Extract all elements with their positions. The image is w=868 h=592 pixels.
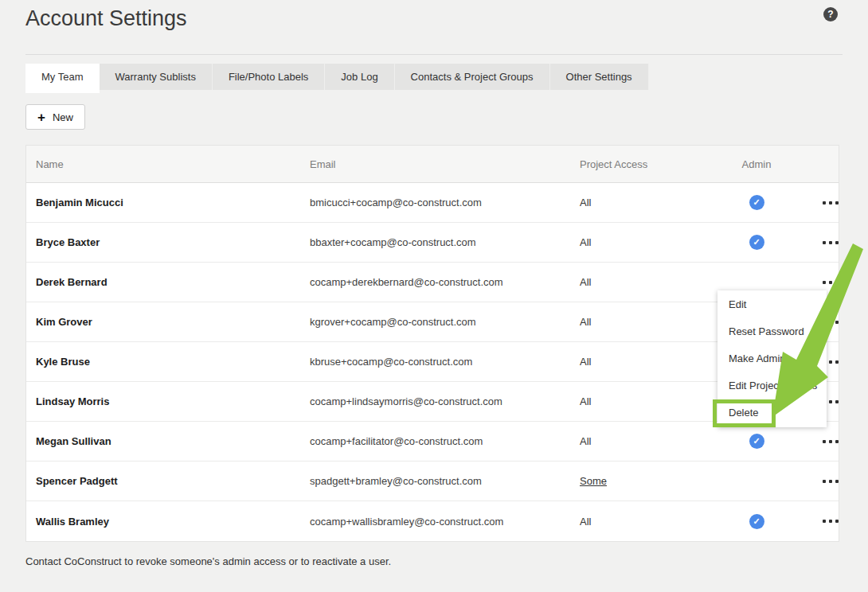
project-access-value: All [580, 236, 729, 248]
tab-my-team[interactable]: My Team [25, 64, 100, 93]
tab-other-settings[interactable]: Other Settings [550, 64, 649, 90]
plus-icon: + [37, 111, 45, 124]
member-email: bbaxter+cocamp@co-construct.com [310, 236, 580, 248]
menu-item-edit-project-access[interactable]: Edit Project Access [717, 372, 827, 399]
table-row: Bryce Baxter bbaxter+cocamp@co-construct… [26, 223, 839, 263]
table-row: Spencer Padgett spadgett+bramley@co-cons… [26, 462, 839, 501]
menu-item-reset-password[interactable]: Reset Password [717, 318, 827, 345]
table-row: Benjamin Micucci bmicucci+cocamp@co-cons… [26, 183, 839, 223]
member-name: Lindsay Morris [26, 395, 310, 407]
member-name: Derek Bernard [26, 276, 310, 288]
table-row: Derek Bernard cocamp+derekbernard@co-con… [26, 263, 839, 302]
column-header-email: Email [310, 158, 580, 170]
member-email: kbruse+cocamp@co-construct.com [310, 356, 580, 368]
project-access-value: All [580, 395, 729, 407]
tab-contacts-project-groups[interactable]: Contacts & Project Groups [395, 64, 550, 90]
member-email: kgrover+cocamp@co-construct.com [310, 316, 580, 328]
project-access-value: All [580, 316, 729, 328]
row-menu-button[interactable] [823, 475, 839, 488]
column-header-admin: Admin [742, 158, 772, 170]
page-title: Account Settings [25, 6, 187, 31]
member-name: Bryce Baxter [26, 236, 310, 248]
tab-job-log[interactable]: Job Log [325, 64, 394, 90]
row-menu-button[interactable] [823, 435, 839, 448]
project-access-value: All [580, 516, 729, 528]
member-email: bmicucci+cocamp@co-construct.com [310, 197, 580, 208]
admin-check-icon: ✓ [749, 235, 764, 250]
menu-item-make-admin[interactable]: Make Admin [717, 345, 827, 372]
row-context-menu: EditReset PasswordMake AdminEdit Project… [717, 290, 827, 427]
row-menu-button[interactable] [823, 515, 839, 528]
table-row: Wallis Bramley cocamp+wallisbramley@co-c… [26, 501, 839, 541]
team-table-body: Benjamin Micucci bmicucci+cocamp@co-cons… [26, 183, 839, 541]
member-email: cocamp+lindsaymorris@co-construct.com [310, 395, 580, 407]
header-divider [25, 54, 843, 55]
project-access-value: All [580, 276, 729, 288]
project-access-value: All [580, 197, 729, 208]
member-name: Benjamin Micucci [26, 197, 310, 208]
project-access-value: All [580, 356, 729, 368]
tab-file-photo-labels[interactable]: File/Photo Labels [213, 64, 325, 90]
project-access-value: All [580, 435, 729, 447]
table-header-row: Name Email Project Access Admin [26, 146, 839, 183]
member-email: spadgett+bramley@co-construct.com [310, 475, 580, 487]
member-name: Kim Grover [26, 316, 310, 328]
footer-note: Contact CoConstruct to revoke someone's … [25, 555, 391, 567]
member-email: cocamp+derekbernard@co-construct.com [310, 276, 580, 288]
help-icon[interactable]: ? [823, 7, 838, 21]
tab-warranty-sublists[interactable]: Warranty Sublists [100, 64, 213, 90]
member-name: Megan Sullivan [26, 435, 310, 447]
menu-item-delete[interactable]: Delete [717, 399, 827, 426]
new-button-label: New [53, 111, 73, 123]
column-header-name: Name [26, 158, 310, 170]
menu-item-edit[interactable]: Edit [717, 291, 827, 318]
table-row: Kim Grover kgrover+cocamp@co-construct.c… [26, 302, 839, 342]
member-name: Kyle Bruse [26, 356, 310, 368]
project-access-value[interactable]: Some [580, 475, 729, 487]
row-menu-button[interactable] [823, 236, 839, 249]
row-menu-button[interactable] [823, 276, 839, 289]
member-email: cocamp+facilitator@co-construct.com [310, 435, 580, 447]
table-row: Kyle Bruse kbruse+cocamp@co-construct.co… [26, 342, 839, 382]
admin-check-icon: ✓ [749, 195, 764, 210]
tab-bar: My TeamWarranty SublistsFile/Photo Label… [25, 64, 649, 93]
new-button[interactable]: + New [25, 104, 85, 130]
member-email: cocamp+wallisbramley@co-construct.com [310, 516, 580, 528]
member-name: Wallis Bramley [26, 516, 310, 528]
row-menu-button[interactable] [823, 197, 839, 209]
member-name: Spencer Padgett [26, 475, 310, 487]
table-row: Lindsay Morris cocamp+lindsaymorris@co-c… [26, 382, 839, 422]
admin-check-icon: ✓ [749, 434, 764, 449]
column-header-project-access: Project Access [580, 158, 729, 170]
table-row: Megan Sullivan cocamp+facilitator@co-con… [26, 422, 839, 462]
admin-check-icon: ✓ [749, 514, 764, 529]
